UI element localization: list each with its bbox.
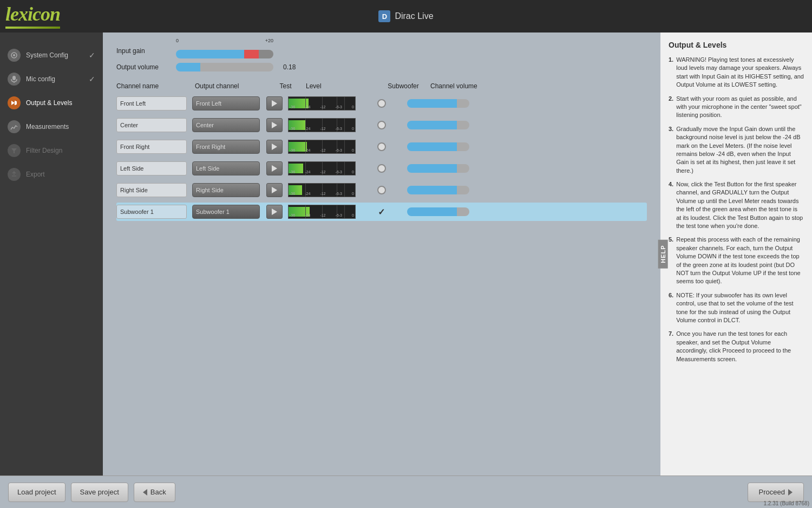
input-gain-slider-container: 0 +20 [176, 43, 273, 58]
checkmark-mic: ✓ [89, 75, 95, 83]
ch-vol-slider-5[interactable] [407, 186, 469, 194]
header-center: D Dirac Live [378, 10, 433, 22]
test-btn-subwoofer-1[interactable] [266, 205, 283, 219]
ch-vol-slider-3[interactable] [407, 142, 469, 151]
input-gain-slider[interactable] [176, 50, 273, 58]
output-volume-slider[interactable] [176, 63, 273, 71]
output-btn-front-right[interactable]: Front Right [192, 140, 260, 154]
channel-name-subwoofer-1[interactable] [116, 205, 187, 219]
ch-vol-slider-2[interactable] [407, 121, 469, 129]
play-icon-6 [272, 209, 277, 215]
sidebar-item-measurements[interactable]: Measurements [0, 115, 103, 139]
radio-2[interactable] [377, 121, 386, 129]
test-btn-front-right[interactable] [266, 140, 283, 154]
sidebar-item-system-config[interactable]: System Config ✓ [0, 43, 103, 67]
output-btn-left-side[interactable]: Left Side [192, 161, 260, 175]
content-area: Input gain 0 +20 Output volume 0.18 Chan… [103, 32, 660, 476]
channel-row-front-right[interactable]: Front Right -36-24-12-6-30 [116, 138, 647, 156]
logo-text: lexicon [5, 3, 60, 25]
output-volume-row: Output volume 0.18 [116, 63, 647, 71]
sidebar-label-mic-config: Mic config [26, 75, 55, 83]
save-project-button[interactable]: Save project [71, 483, 128, 502]
help-content: Output & Levels 1.WARNING! Playing test … [660, 32, 812, 476]
footer: Load project Save project Back Proceed 1… [0, 476, 812, 508]
logo: lexicon [5, 3, 60, 29]
ch-vol-slider-4[interactable] [407, 164, 469, 173]
help-item-1: 1.WARNING! Playing test tones at excessi… [669, 56, 804, 89]
subwoofer-cell-6: ✓ [361, 207, 402, 217]
channel-name-front-right[interactable] [116, 140, 187, 154]
level-meter-left-side: -36-24-12-6-30 [288, 161, 356, 175]
proceed-arrow-icon [788, 489, 793, 496]
sidebar-label-export: Export [26, 171, 45, 178]
filter-icon [8, 144, 21, 157]
controls-section: Input gain 0 +20 Output volume 0.18 [116, 43, 647, 71]
output-volume-value: 0.18 [283, 63, 296, 71]
sidebar-item-mic-config[interactable]: Mic config ✓ [0, 67, 103, 91]
radio-4[interactable] [377, 164, 386, 173]
test-btn-right-side[interactable] [266, 183, 283, 197]
level-scale-4: -36-24-12-6-30 [289, 170, 355, 174]
test-btn-center[interactable] [266, 118, 283, 132]
help-item-6: 6.NOTE: If your subwoofer has its own le… [669, 291, 804, 325]
help-item-7: 7.Once you have run the test tones for e… [669, 330, 804, 363]
header-level: Level [306, 82, 376, 90]
sidebar-item-output-levels[interactable]: Output & Levels [0, 91, 103, 115]
dirac-icon: D [378, 10, 390, 22]
header-test: Test [271, 82, 300, 90]
header-channel-volume: Channel volume [430, 82, 495, 90]
level-scale-3: -36-24-12-6-30 [289, 148, 355, 152]
export-icon [8, 168, 21, 181]
radio-1[interactable] [377, 99, 386, 108]
output-btn-front-left[interactable]: Front Left [192, 96, 260, 110]
level-meter-front-left: -36-24-12-6-30 [288, 96, 356, 110]
channel-name-left-side[interactable] [116, 161, 187, 175]
channel-name-center[interactable] [116, 118, 187, 132]
play-icon-4 [272, 165, 277, 172]
back-button[interactable]: Back [134, 483, 175, 502]
output-btn-subwoofer-1[interactable]: Subwoofer 1 [192, 205, 260, 219]
subwoofer-cell-4 [361, 164, 402, 173]
sidebar-label-output-levels: Output & Levels [26, 99, 72, 107]
radio-5[interactable] [377, 186, 386, 194]
channel-row-subwoofer-1[interactable]: Subwoofer 1 -36-24-12-6-30 ✓ [116, 203, 647, 221]
help-item-2: 2.Start with your room as quiet as possi… [669, 95, 804, 120]
help-tab[interactable]: HELP [658, 239, 668, 268]
test-btn-front-left[interactable] [266, 96, 283, 110]
help-title: Output & Levels [669, 41, 804, 49]
help-item-4: 4.Now, click the Test Button for the fir… [669, 180, 804, 230]
back-label: Back [150, 488, 166, 496]
level-meter-subwoofer-1: -36-24-12-6-30 [288, 205, 356, 219]
level-meter-center: -36-24-12-6-30 [288, 118, 356, 132]
help-item-5: 5.Repeat this process with each of the r… [669, 236, 804, 285]
ch-vol-slider-6[interactable] [407, 207, 469, 216]
load-project-button[interactable]: Load project [8, 483, 66, 502]
channel-row-right-side[interactable]: Right Side -36-24-12-6-30 [116, 181, 647, 199]
channel-table: Channel name Output channel Test Level S… [116, 82, 647, 221]
proceed-button[interactable]: Proceed [748, 483, 804, 502]
channel-row-center[interactable]: Center -36-24-12-6-30 [116, 116, 647, 134]
channel-row-left-side[interactable]: Left Side -36-24-12-6-30 [116, 159, 647, 178]
channel-name-right-side[interactable] [116, 183, 187, 197]
back-arrow-icon [143, 489, 147, 496]
version-text: 1.2.31 (Build 8768) [763, 500, 809, 506]
level-scale-1: -36-24-12-6-30 [289, 105, 355, 109]
header-output-channel: Output channel [195, 82, 265, 90]
channel-row-front-left[interactable]: Front Left -36-24-12-6-30 [116, 94, 647, 113]
speaker-icon [8, 49, 21, 62]
channel-name-front-left[interactable] [116, 96, 187, 110]
output-volume-label: Output volume [116, 63, 171, 71]
test-btn-left-side[interactable] [266, 161, 283, 175]
ch-vol-slider-1[interactable] [407, 99, 469, 108]
table-header: Channel name Output channel Test Level S… [116, 82, 647, 94]
dirac-label: Dirac Live [395, 11, 433, 21]
level-scale-5: -36-24-12-6-30 [289, 192, 355, 196]
output-btn-center[interactable]: Center [192, 118, 260, 132]
help-list: 1.WARNING! Playing test tones at excessi… [669, 56, 804, 363]
header-channel-name: Channel name [116, 82, 189, 90]
output-btn-right-side[interactable]: Right Side [192, 183, 260, 197]
play-icon-1 [272, 100, 277, 107]
radio-3[interactable] [377, 142, 386, 151]
scale-right: +20 [265, 38, 273, 43]
subwoofer-check-6: ✓ [378, 207, 385, 217]
